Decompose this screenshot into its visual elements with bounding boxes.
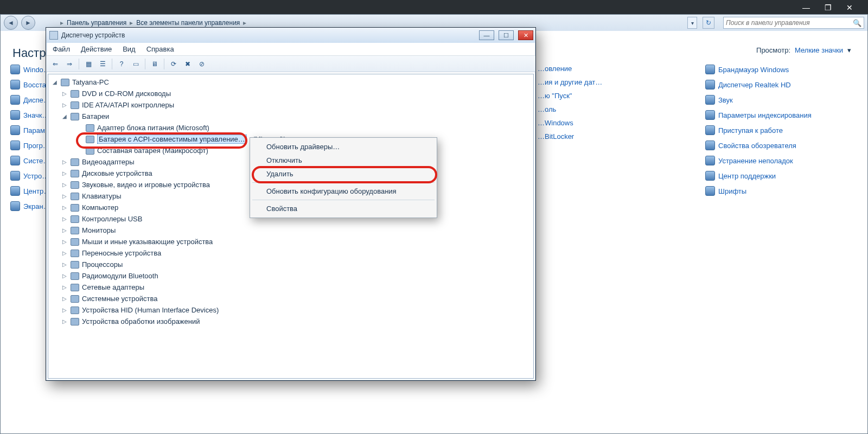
cp-item[interactable]: …ю "Пуск" bbox=[538, 92, 689, 100]
menu-view[interactable]: Вид bbox=[123, 45, 136, 53]
portable-icon bbox=[70, 249, 80, 258]
cp-icon bbox=[705, 65, 715, 74]
tree-category[interactable]: ▷IDE ATA/ATAPI контроллеры bbox=[48, 99, 533, 111]
properties-icon[interactable]: ☰ bbox=[97, 58, 108, 70]
device-tree[interactable]: ◢Tatyana-PC ▷DVD и CD-ROM дисководы ▷IDE… bbox=[48, 74, 534, 379]
cp-item[interactable]: Приступая к работе bbox=[705, 125, 857, 135]
network-icon bbox=[70, 283, 80, 292]
tree-category-batteries[interactable]: ◢Батареи bbox=[48, 111, 533, 122]
search-box[interactable]: 🔍 bbox=[723, 17, 864, 29]
tree-category[interactable]: ▷Мыши и иные указывающие устройства bbox=[48, 236, 533, 247]
hid-icon bbox=[70, 306, 80, 315]
ctx-update-drivers[interactable]: Обновить драйверы… bbox=[250, 140, 437, 154]
tree-category[interactable]: ▷DVD и CD-ROM дисководы bbox=[48, 88, 533, 99]
tree-category[interactable]: ▷Сетевые адаптеры bbox=[48, 282, 533, 293]
ctx-properties[interactable]: Свойства bbox=[250, 202, 437, 215]
ctx-disable[interactable]: Отключить bbox=[250, 154, 437, 167]
chevron-down-icon: ▾ bbox=[847, 46, 851, 54]
action-icon[interactable]: ▭ bbox=[130, 58, 142, 70]
titlebar[interactable]: Диспетчер устройств — ☐ ✕ bbox=[46, 28, 535, 43]
parent-close-button[interactable]: ✕ bbox=[844, 3, 855, 12]
search-input[interactable] bbox=[726, 19, 853, 27]
cpu-icon bbox=[70, 260, 80, 269]
toolbar: ⇐ ⇒ ▦ ☰ ? ▭ 🖥 ⟳ ✖ ⊘ bbox=[46, 56, 535, 72]
maximize-button[interactable]: ☐ bbox=[499, 30, 514, 40]
tree-category[interactable]: ▷Мониторы bbox=[48, 225, 533, 236]
update-driver-icon[interactable]: ⟳ bbox=[168, 58, 180, 70]
tree-category[interactable]: ▷Радиомодули Bluetooth bbox=[48, 270, 533, 282]
menu-action[interactable]: Действие bbox=[81, 45, 112, 53]
help-icon[interactable]: ? bbox=[116, 58, 127, 70]
breadcrumb-item[interactable]: Панель управления bbox=[63, 19, 130, 27]
disable-icon[interactable]: ⊘ bbox=[196, 58, 208, 70]
close-button[interactable]: ✕ bbox=[518, 30, 533, 40]
tree-category[interactable]: ▷Переносные устройства bbox=[48, 247, 533, 259]
tree-category[interactable]: ▷Системные устройства bbox=[48, 293, 533, 304]
cp-item[interactable]: Параметры индексирования bbox=[705, 110, 857, 120]
cp-icon bbox=[10, 171, 20, 181]
battery-icon bbox=[85, 124, 95, 132]
parent-window-controls: — ❐ ✕ bbox=[0, 2, 868, 14]
cp-item[interactable]: …BitLocker bbox=[538, 132, 689, 141]
cp-icon bbox=[10, 95, 20, 105]
ide-icon bbox=[70, 101, 80, 110]
show-hide-tree-icon[interactable]: ▦ bbox=[82, 58, 94, 70]
cp-item[interactable]: …ия и другие дат… bbox=[538, 78, 689, 86]
disk-icon bbox=[70, 169, 80, 178]
bluetooth-icon bbox=[70, 272, 80, 280]
search-icon: 🔍 bbox=[853, 19, 861, 27]
monitor-icon bbox=[70, 226, 80, 235]
cp-item[interactable]: …Windows bbox=[538, 119, 689, 127]
mouse-icon bbox=[70, 238, 80, 246]
cp-icon bbox=[10, 156, 20, 165]
cp-icon bbox=[10, 201, 20, 211]
cp-icon bbox=[10, 65, 20, 74]
breadcrumb-item[interactable]: Все элементы панели управления bbox=[133, 19, 243, 27]
uninstall-icon[interactable]: ✖ bbox=[182, 58, 194, 70]
minimize-button[interactable]: — bbox=[479, 30, 494, 40]
cp-item[interactable]: Звук bbox=[705, 95, 857, 105]
tree-device[interactable]: Адаптер блока питания (Microsoft) bbox=[48, 122, 533, 133]
cp-icon bbox=[10, 80, 20, 90]
parent-minimize-button[interactable]: — bbox=[801, 3, 812, 12]
cp-item[interactable]: Шрифты bbox=[705, 186, 857, 196]
computer-icon bbox=[70, 203, 80, 212]
cp-item[interactable]: …овление bbox=[538, 65, 689, 73]
cp-icon bbox=[10, 186, 20, 196]
view-selector[interactable]: Просмотр: Мелкие значки ▾ bbox=[756, 46, 851, 54]
tree-category[interactable]: ▷Устройства обработки изображений bbox=[48, 316, 533, 327]
nav-back-icon[interactable]: ⇐ bbox=[49, 58, 61, 70]
nav-fwd-button[interactable]: ► bbox=[21, 16, 35, 30]
cp-item[interactable]: Диспетчер Realtek HD bbox=[705, 80, 857, 90]
menu-file[interactable]: Файл bbox=[53, 45, 70, 53]
cp-icon bbox=[10, 110, 20, 120]
view-label: Просмотр: bbox=[756, 46, 790, 54]
battery-icon bbox=[85, 146, 95, 155]
window-title: Диспетчер устройств bbox=[61, 31, 125, 39]
refresh-button[interactable]: ↻ bbox=[703, 17, 714, 29]
cp-icon bbox=[705, 171, 715, 181]
cp-icon bbox=[705, 110, 715, 120]
cp-item[interactable]: Свойства обозревателя bbox=[705, 141, 857, 150]
scan-hardware-icon[interactable]: 🖥 bbox=[149, 58, 161, 70]
tree-category[interactable]: ▷Устройства HID (Human Interface Devices… bbox=[48, 304, 533, 316]
cp-item[interactable]: Брандмауэр Windows bbox=[705, 65, 857, 74]
parent-restore-button[interactable]: ❐ bbox=[822, 3, 833, 12]
nav-back-button[interactable]: ◄ bbox=[4, 16, 18, 30]
address-dropdown-button[interactable]: ▾ bbox=[687, 17, 697, 29]
battery-icon bbox=[70, 112, 80, 121]
cp-item[interactable]: Центр поддержки bbox=[705, 171, 857, 181]
system-icon bbox=[70, 295, 80, 303]
nav-fwd-icon[interactable]: ⇒ bbox=[63, 58, 75, 70]
ctx-scan-hardware[interactable]: Обновить конфигурацию оборудования bbox=[250, 184, 437, 198]
cp-icon bbox=[10, 125, 20, 135]
cp-item[interactable]: …оль bbox=[538, 105, 689, 113]
menu-help[interactable]: Справка bbox=[146, 45, 174, 53]
ctx-delete[interactable]: Удалить bbox=[250, 167, 437, 181]
cp-item[interactable]: Устранение неполадок bbox=[705, 156, 857, 165]
tree-category[interactable]: ▷Процессоры bbox=[48, 259, 533, 270]
tree-root[interactable]: ◢Tatyana-PC bbox=[48, 76, 533, 88]
view-value[interactable]: Мелкие значки bbox=[795, 46, 843, 54]
cp-items-right: Брандмауэр Windows Диспетчер Realtek HD … bbox=[705, 65, 857, 196]
menubar[interactable]: Файл Действие Вид Справка bbox=[46, 43, 535, 56]
